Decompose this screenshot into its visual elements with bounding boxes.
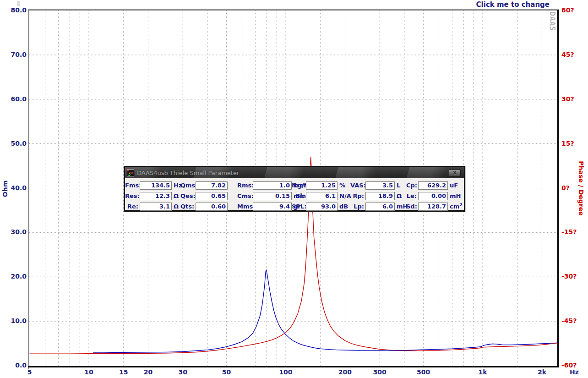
param-value-box[interactable]: 3.5 <box>365 181 395 190</box>
parameter-field: Rp:18.9Ω <box>350 192 406 200</box>
y-axis-tick-label-ohm: 10.0 <box>0 317 27 324</box>
dialog-title: DAAS4usb Thiele Small Parameter <box>137 170 449 176</box>
daas-watermark: DAAS <box>548 11 557 33</box>
parameter-field: Qms:7.82 <box>180 181 237 190</box>
y-axis-tick-label-phase: 45? <box>561 51 587 58</box>
param-unit: cm2 <box>450 203 464 210</box>
parameter-row: Res:12.3ΩQes:0.65Cms:0.15mm/NBl:6.1N/ARp… <box>125 191 464 201</box>
param-value-box[interactable]: 1.25 <box>306 181 338 190</box>
parameter-field: SPL:93.0dB <box>292 203 350 211</box>
parameter-field: Cms:0.15mm/N <box>237 192 292 200</box>
parameter-field: Cp:629.2uF <box>406 181 464 190</box>
param-unit: mH <box>450 192 464 199</box>
param-value-box[interactable]: 6.1 <box>306 192 338 200</box>
param-label: Qms: <box>180 182 194 189</box>
param-label: Qts: <box>180 203 194 210</box>
parameter-grid: Fms:134.5HzQms:7.82Rms:1.0kg/sNref:1.25%… <box>125 178 464 212</box>
y-axis-tick-label-ohm: 60.0 <box>0 95 27 103</box>
param-value-box[interactable]: 0.60 <box>196 203 228 211</box>
param-value-box[interactable]: 128.7 <box>418 203 448 211</box>
parameter-row: Re:3.1ΩQts:0.60Mms:9.4grSPL:93.0dBLp:6.0… <box>125 201 464 212</box>
param-value-box[interactable]: 93.0 <box>306 203 338 211</box>
param-value-box[interactable]: 7.82 <box>196 181 228 190</box>
app-icon <box>127 169 134 176</box>
param-label: Mms: <box>237 203 251 210</box>
x-axis-tick-label: 50 <box>213 368 240 376</box>
thiele-small-parameter-dialog: DAAS4usb Thiele Small Parameter X Fms:13… <box>124 166 465 212</box>
param-value-box[interactable]: 1.0 <box>253 181 292 190</box>
y-axis-tick-label-phase: -60? <box>561 362 587 369</box>
x-axis-tick-label: 10 <box>75 368 103 376</box>
param-label: Rms: <box>237 182 251 189</box>
parameter-field: Lp:6.0mH <box>350 203 406 211</box>
parameter-field: VAS:3.5L <box>350 181 406 190</box>
x-axis-tick-label: 1k <box>469 368 496 376</box>
param-unit: Ω <box>174 192 180 199</box>
y-axis-tick-label-phase: 30? <box>561 95 587 103</box>
y-axis-tick-label-phase: -15? <box>561 228 587 236</box>
param-value-box[interactable]: 0.15 <box>253 192 292 200</box>
dialog-titlebar[interactable]: DAAS4usb Thiele Small Parameter X <box>125 167 464 178</box>
param-unit: uF <box>450 182 464 189</box>
y-axis-tick-label-phase: 15? <box>561 140 587 147</box>
y-axis-tick-label-ohm: 80.0 <box>0 6 27 14</box>
param-value-box[interactable]: 9.4 <box>253 203 292 211</box>
x-axis-tick-label: 100 <box>272 368 299 376</box>
param-label: Cms: <box>237 192 251 199</box>
x-axis-tick-label: 2k <box>528 368 555 376</box>
param-label: Res: <box>125 192 138 199</box>
param-value-box[interactable]: 0.00 <box>418 192 448 200</box>
param-unit: dB <box>339 203 350 210</box>
param-label: VAS: <box>350 182 364 189</box>
close-button[interactable]: X <box>449 170 461 176</box>
x-axis-tick-label: 20 <box>134 368 162 376</box>
x-axis-tick-label: 200 <box>331 368 359 376</box>
param-label: Nref: <box>292 182 305 189</box>
y-axis-tick-label-ohm: 0.0 <box>0 362 27 369</box>
param-value-box[interactable]: 629.2 <box>418 181 448 190</box>
x-axis-unit-label: Hz <box>565 368 583 376</box>
parameter-field: Qts:0.60 <box>180 203 237 211</box>
daas-measurement-window: Click me to change Ohm Phase / Degree DA… <box>0 0 588 378</box>
param-value-box[interactable]: 3.1 <box>140 203 172 211</box>
y-axis-tick-label-ohm: 50.0 <box>0 140 27 147</box>
x-axis-tick-label: 500 <box>410 368 437 376</box>
param-value-box[interactable]: 134.5 <box>140 181 172 190</box>
param-label: SPL: <box>292 203 305 210</box>
parameter-field: Mms:9.4gr <box>237 203 292 211</box>
param-unit: Ω <box>174 203 180 210</box>
param-label: Fms: <box>125 182 138 189</box>
parameter-field: Bl:6.1N/A <box>292 192 350 200</box>
param-label: Cp: <box>406 182 417 189</box>
parameter-field: Nref:1.25% <box>292 181 350 190</box>
y-axis-tick-label-phase: 60? <box>561 6 587 14</box>
param-unit: Ω <box>397 192 406 199</box>
parameter-field: Sd:128.7cm2 <box>406 203 464 211</box>
param-value-box[interactable]: 18.9 <box>365 192 395 200</box>
parameter-field: Rms:1.0kg/s <box>237 181 292 190</box>
param-label: Lp: <box>350 203 364 210</box>
parameter-field: Fms:134.5Hz <box>125 181 180 190</box>
param-unit: % <box>339 182 350 189</box>
parameter-field: Res:12.3Ω <box>125 192 180 200</box>
y-axis-tick-label-ohm: 30.0 <box>0 228 27 236</box>
param-unit: L <box>397 182 406 189</box>
param-value-box[interactable]: 0.65 <box>196 192 228 200</box>
y-axis-tick-label-ohm: 70.0 <box>0 51 27 58</box>
param-label: Bl: <box>292 192 305 199</box>
param-value-box[interactable]: 6.0 <box>365 203 395 211</box>
param-label: Sd: <box>406 203 417 210</box>
param-label: Le: <box>406 192 417 199</box>
impedance-free-air-curve <box>93 270 558 353</box>
param-unit: N/A <box>339 192 351 199</box>
y-axis-tick-label-phase: 0? <box>561 184 587 192</box>
parameter-field: Le:0.00mH <box>406 192 464 200</box>
param-value-box[interactable]: 12.3 <box>140 192 172 200</box>
close-icon: X <box>453 170 457 175</box>
x-axis-tick-label: 30 <box>169 368 196 376</box>
y-axis-tick-label-ohm: 40.0 <box>0 184 27 192</box>
param-label: Re: <box>125 203 138 210</box>
parameter-field: Re:3.1Ω <box>125 203 180 211</box>
param-label: Rp: <box>350 192 364 199</box>
parameter-row: Fms:134.5HzQms:7.82Rms:1.0kg/sNref:1.25%… <box>125 180 464 191</box>
